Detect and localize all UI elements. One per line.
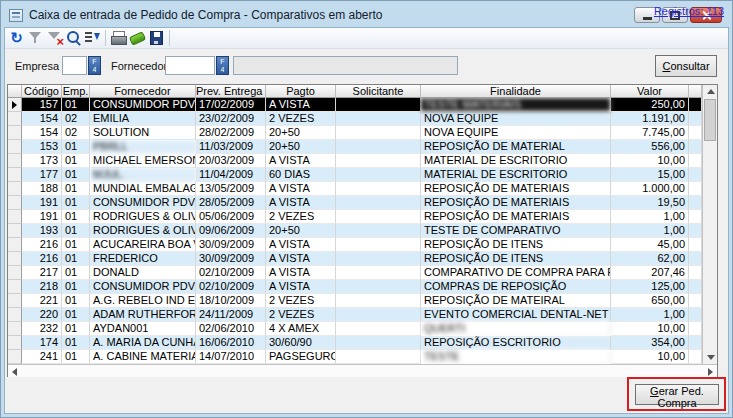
row-selector[interactable] <box>8 140 22 154</box>
row-selector[interactable] <box>8 224 22 238</box>
row-selector[interactable] <box>8 322 22 336</box>
cell-codigo[interactable]: 218 <box>22 280 62 294</box>
cell-solicitante[interactable] <box>336 126 421 140</box>
cell-valor[interactable]: 125,00 <box>611 280 689 294</box>
cell-emp[interactable]: 02 <box>62 112 90 126</box>
cell-prev[interactable]: 02/10/2009 <box>196 280 266 294</box>
cell-codigo[interactable]: 191 <box>22 210 62 224</box>
cell-valor[interactable]: 1,00 <box>611 308 689 322</box>
cell-solicitante[interactable] <box>336 294 421 308</box>
cell-valor[interactable]: 15,00 <box>611 168 689 182</box>
cell-finalidade[interactable]: MATERIAL DE ESCRITORIO <box>421 168 611 182</box>
empresa-input[interactable] <box>62 56 87 75</box>
cell-finalidade[interactable]: REPOSIÇÃO DE MATERIAL <box>421 140 611 154</box>
cell-prev[interactable]: 02/10/2009 <box>196 266 266 280</box>
table-row[interactable]: 21601ACUCAREIRA BOA VISTA30/09/2009A VIS… <box>8 238 702 252</box>
table-row[interactable]: 24101A. CABINE MATERIAIS14/07/2010PAGSEG… <box>8 350 702 364</box>
cell-codigo[interactable]: 216 <box>22 238 62 252</box>
cell-valor[interactable]: 1.191,00 <box>611 112 689 126</box>
cell-fornecedor[interactable]: AYDAN001 <box>90 322 196 336</box>
cell-codigo[interactable]: 157 <box>22 98 62 112</box>
cell-prev[interactable]: 18/10/2009 <box>196 294 266 308</box>
fornecedor-input[interactable] <box>165 56 215 75</box>
cell-solicitante[interactable] <box>336 98 421 112</box>
cell-finalidade[interactable]: REPOSIÇÃO ESCRITORIO <box>421 336 611 350</box>
cell-pagto[interactable]: 2 VEZES <box>266 308 336 322</box>
cell-fornecedor[interactable]: MUNDIAL EMBALAGENS E <box>90 182 196 196</box>
cell-valor[interactable]: 10,00 <box>611 322 689 336</box>
cell-emp[interactable]: 02 <box>62 126 90 140</box>
row-selector[interactable] <box>8 154 22 168</box>
table-row[interactable]: 23201AYDAN00102/06/20104 X AMEXQUERTI10,… <box>8 322 702 336</box>
cell-codigo[interactable]: 153 <box>22 140 62 154</box>
cell-pagto[interactable]: 20+50 <box>266 140 336 154</box>
cell-codigo[interactable]: 177 <box>22 168 62 182</box>
cell-solicitante[interactable] <box>336 336 421 350</box>
fornecedor-lookup-button[interactable]: F 4 <box>216 56 229 75</box>
cell-finalidade[interactable]: NOVA EQUIPE <box>421 112 611 126</box>
cell-emp[interactable]: 01 <box>62 140 90 154</box>
scroll-down-button[interactable] <box>704 351 717 364</box>
cell-prev[interactable]: 13/05/2009 <box>196 182 266 196</box>
cell-emp[interactable]: 01 <box>62 294 90 308</box>
cell-finalidade[interactable]: COMPRAS DE REPOSIÇÃO <box>421 280 611 294</box>
cell-prev[interactable]: 20/03/2009 <box>196 154 266 168</box>
cell-pagto[interactable]: A VISTA <box>266 154 336 168</box>
export-icon[interactable] <box>128 29 147 47</box>
cell-finalidade[interactable]: MATERIAL DE ESCRITORIO <box>421 154 611 168</box>
cell-fornecedor[interactable]: PBRLL <box>90 140 196 154</box>
column-header-codigo[interactable]: Código <box>22 85 62 98</box>
cell-pagto[interactable]: 20+50 <box>266 224 336 238</box>
cell-solicitante[interactable] <box>336 280 421 294</box>
row-selector[interactable] <box>8 168 22 182</box>
search-icon[interactable] <box>64 29 83 47</box>
column-header-pagto[interactable]: Pagto <box>266 85 336 98</box>
cell-finalidade[interactable]: NOVA EQUIPE <box>421 126 611 140</box>
cell-finalidade[interactable]: EVENTO COMERCIAL DENTAL-NET <box>421 308 611 322</box>
cell-valor[interactable]: 1,00 <box>611 224 689 238</box>
cell-pagto[interactable]: 60 DIAS <box>266 168 336 182</box>
cell-fornecedor[interactable]: RODRIGUES & OLIVEIRA <box>90 210 196 224</box>
table-row[interactable]: 15701CONSUMIDOR PDV17/02/2009A VISTATEST… <box>8 98 702 112</box>
table-row[interactable]: 22001ADAM RUTHERFORD24/11/20092 VEZESEVE… <box>8 308 702 322</box>
table-row[interactable]: 19101CONSUMIDOR PDV28/05/2009A VISTAREPO… <box>8 196 702 210</box>
sort-az-icon[interactable] <box>83 29 102 47</box>
cell-codigo[interactable]: 217 <box>22 266 62 280</box>
row-selector[interactable] <box>8 112 22 126</box>
cell-solicitante[interactable] <box>336 266 421 280</box>
table-row[interactable]: 15402EMILIA23/02/20092 VEZESNOVA EQUIPE1… <box>8 112 702 126</box>
row-selector[interactable] <box>8 238 22 252</box>
cell-valor[interactable]: 556,00 <box>611 140 689 154</box>
cell-solicitante[interactable] <box>336 210 421 224</box>
cell-prev[interactable]: 28/05/2009 <box>196 196 266 210</box>
cell-fornecedor[interactable]: RODRIGUES & OLIVEIRA <box>90 224 196 238</box>
cell-emp[interactable]: 01 <box>62 336 90 350</box>
column-header-solicitante[interactable]: Solicitante <box>336 85 421 98</box>
table-row[interactable]: 21601FREDERICO30/09/2009A VISTAREPOSIÇÃO… <box>8 252 702 266</box>
table-row[interactable]: 22101A.G. REBELO IND E CO18/10/20092 VEZ… <box>8 294 702 308</box>
column-header-emp[interactable]: Emp. <box>62 85 90 98</box>
cell-solicitante[interactable] <box>336 350 421 364</box>
cell-finalidade[interactable]: REPOSIÇÃO DE ITENS <box>421 238 611 252</box>
cell-valor[interactable]: 650,00 <box>611 294 689 308</box>
column-header-prev[interactable]: Prev. Entrega ▲ <box>196 85 266 98</box>
cell-valor[interactable]: 45,00 <box>611 238 689 252</box>
filter-icon[interactable] <box>26 29 45 47</box>
cell-pagto[interactable]: A VISTA <box>266 98 336 112</box>
cell-pagto[interactable]: A VISTA <box>266 196 336 210</box>
cell-codigo[interactable]: 220 <box>22 308 62 322</box>
cell-emp[interactable]: 01 <box>62 252 90 266</box>
cell-pagto[interactable]: A VISTA <box>266 182 336 196</box>
cell-pagto[interactable]: A VISTA <box>266 266 336 280</box>
clear-filter-icon[interactable] <box>45 29 64 47</box>
cell-fornecedor[interactable]: CONSUMIDOR PDV <box>90 196 196 210</box>
cell-solicitante[interactable] <box>336 252 421 266</box>
cell-prev[interactable]: 11/04/2009 <box>196 168 266 182</box>
cell-fornecedor[interactable]: A. MARIA DA CUNHA - <box>90 336 196 350</box>
cell-finalidade[interactable]: REPOSIÇÃO DE MATERIAIS <box>421 196 611 210</box>
save-icon[interactable] <box>147 29 166 47</box>
table-row[interactable]: 18801MUNDIAL EMBALAGENS E13/05/2009A VIS… <box>8 182 702 196</box>
horizontal-scrollbar[interactable] <box>8 364 717 377</box>
cell-valor[interactable]: 10,00 <box>611 350 689 364</box>
cell-prev[interactable]: 05/06/2009 <box>196 210 266 224</box>
